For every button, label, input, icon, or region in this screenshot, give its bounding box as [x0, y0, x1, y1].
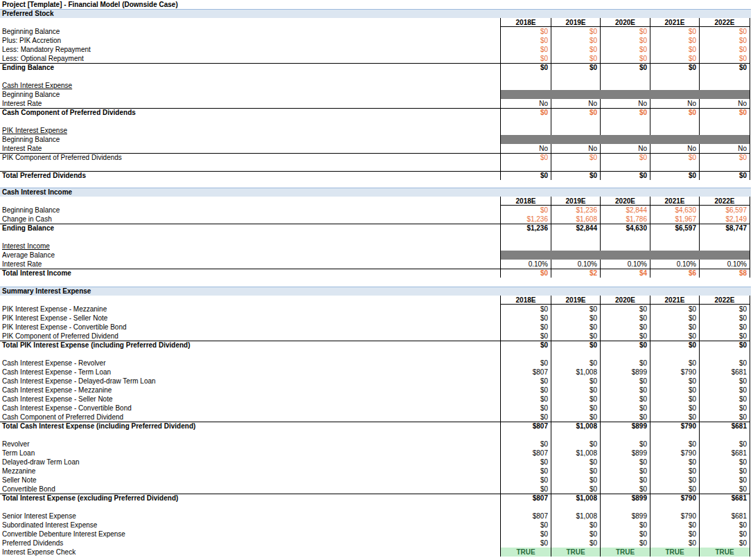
cell[interactable] — [500, 117, 551, 126]
cell[interactable]: 0.10% — [500, 260, 551, 269]
cell[interactable]: $0 — [500, 539, 551, 548]
cell[interactable]: $0 — [699, 332, 750, 341]
cell[interactable] — [699, 431, 750, 440]
cell[interactable]: $1,608 — [551, 215, 600, 224]
cell[interactable] — [650, 503, 699, 512]
column-header[interactable]: 2022E — [699, 18, 750, 27]
cell[interactable]: $0 — [500, 36, 551, 45]
cell[interactable] — [500, 233, 551, 242]
cell[interactable]: 0.10% — [650, 260, 699, 269]
cell[interactable] — [650, 162, 699, 171]
cell[interactable]: No — [500, 99, 551, 108]
check-cell[interactable]: TRUE — [551, 548, 600, 557]
cell[interactable]: $0 — [551, 27, 600, 36]
cell[interactable]: $807 — [500, 512, 551, 521]
cell[interactable]: $0 — [600, 386, 650, 395]
cell[interactable]: $0 — [600, 440, 650, 449]
cell[interactable] — [600, 162, 650, 171]
cell[interactable]: $0 — [650, 332, 699, 341]
cell[interactable] — [699, 233, 750, 242]
cell[interactable]: $0 — [650, 109, 699, 117]
cell[interactable]: $0 — [600, 109, 650, 117]
cell[interactable]: $0 — [600, 64, 650, 72]
cell[interactable]: $0 — [500, 323, 551, 332]
cell[interactable] — [600, 350, 650, 359]
cell[interactable]: $0 — [551, 314, 600, 323]
cell[interactable]: $0 — [699, 476, 750, 485]
cell[interactable] — [650, 81, 699, 90]
cell[interactable]: $0 — [551, 485, 600, 494]
cell[interactable]: $0 — [600, 45, 650, 54]
cell[interactable]: $0 — [551, 341, 600, 350]
cell[interactable]: $0 — [650, 314, 699, 323]
cell[interactable] — [551, 242, 600, 251]
cell[interactable]: $4,630 — [600, 224, 650, 233]
cell[interactable]: $0 — [699, 54, 750, 63]
cell[interactable]: $0 — [699, 64, 750, 72]
cell[interactable]: $0 — [699, 109, 750, 117]
cell[interactable]: $1,008 — [551, 512, 600, 521]
cell[interactable]: $1,786 — [600, 215, 650, 224]
cell[interactable]: $6,597 — [699, 206, 750, 215]
column-header[interactable]: 2020E — [600, 18, 650, 27]
column-header[interactable]: 2019E — [551, 18, 600, 27]
cell[interactable]: $0 — [600, 521, 650, 530]
cell[interactable]: $0 — [500, 27, 551, 36]
column-header[interactable]: 2020E — [600, 197, 650, 206]
cell[interactable]: $0 — [500, 386, 551, 395]
cell[interactable]: $0 — [600, 323, 650, 332]
cell[interactable]: $0 — [699, 404, 750, 413]
cell[interactable] — [699, 126, 750, 135]
cell[interactable] — [650, 126, 699, 135]
cell[interactable]: $8 — [699, 269, 750, 278]
cell[interactable]: $8,747 — [699, 224, 750, 233]
cell[interactable]: $807 — [500, 422, 551, 431]
cell[interactable]: $0 — [650, 172, 699, 180]
column-header[interactable]: 2018E — [500, 197, 551, 206]
cell[interactable]: $0 — [551, 36, 600, 45]
cell[interactable]: $0 — [500, 109, 551, 117]
cell[interactable] — [551, 233, 600, 242]
cell[interactable]: $0 — [699, 539, 750, 548]
cell[interactable]: $0 — [500, 485, 551, 494]
cell[interactable]: $0 — [551, 359, 600, 368]
cell[interactable]: $0 — [551, 440, 600, 449]
cell[interactable]: $0 — [551, 395, 600, 404]
cell[interactable]: $0 — [650, 404, 699, 413]
cell[interactable]: $0 — [600, 332, 650, 341]
cell[interactable]: $0 — [699, 36, 750, 45]
cell[interactable]: $0 — [500, 341, 551, 350]
cell[interactable]: $4 — [600, 269, 650, 278]
cell[interactable]: $807 — [500, 368, 551, 377]
cell[interactable]: $0 — [699, 413, 750, 422]
cell[interactable]: $0 — [600, 458, 650, 467]
cell[interactable]: $0 — [699, 530, 750, 539]
cell[interactable]: $0 — [551, 54, 600, 63]
cell[interactable]: $0 — [600, 305, 650, 314]
cell[interactable]: $681 — [699, 494, 750, 503]
column-header[interactable]: 2022E — [699, 197, 750, 206]
cell[interactable] — [699, 72, 750, 81]
cell[interactable] — [650, 242, 699, 251]
cell[interactable]: $790 — [650, 494, 699, 503]
cell[interactable]: $2,844 — [551, 224, 600, 233]
cell[interactable]: $0 — [650, 36, 699, 45]
cell[interactable]: $0 — [699, 521, 750, 530]
cell[interactable]: $0 — [551, 476, 600, 485]
cell[interactable]: $0 — [551, 332, 600, 341]
cell[interactable] — [551, 431, 600, 440]
cell[interactable] — [699, 162, 750, 171]
cell[interactable]: $807 — [500, 449, 551, 458]
cell[interactable]: $1,008 — [551, 494, 600, 503]
cell[interactable]: $0 — [699, 341, 750, 350]
cell[interactable]: $6,597 — [650, 224, 699, 233]
cell[interactable]: $2,844 — [600, 206, 650, 215]
cell[interactable]: $0 — [650, 323, 699, 332]
cell[interactable]: $899 — [600, 368, 650, 377]
cell[interactable]: $0 — [600, 36, 650, 45]
cell[interactable] — [650, 117, 699, 126]
cell[interactable]: $0 — [500, 54, 551, 63]
cell[interactable]: 0.10% — [600, 260, 650, 269]
cell[interactable] — [551, 117, 600, 126]
cell[interactable]: $0 — [551, 539, 600, 548]
